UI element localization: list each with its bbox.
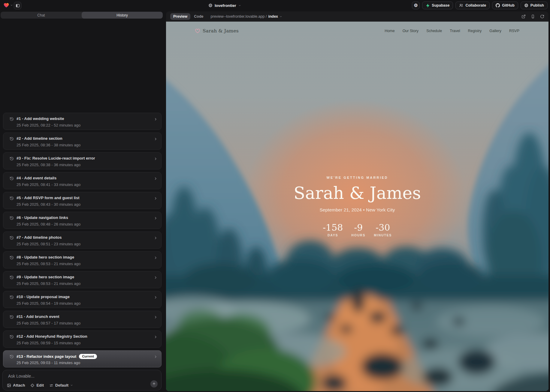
- attach-button[interactable]: Attach: [7, 383, 25, 388]
- target-icon: [30, 383, 35, 388]
- supabase-button[interactable]: Supabase: [422, 1, 453, 9]
- chevron-right-icon: [154, 236, 158, 240]
- site-nav-link[interactable]: Gallery: [489, 29, 501, 33]
- history-item-title: #12 - Add Honeyfund Registry Section: [17, 334, 87, 339]
- hero-eyebrow: WE'RE GETTING MARRIED: [166, 176, 548, 179]
- publish-label: Publish: [530, 3, 544, 7]
- github-button[interactable]: GitHub: [492, 1, 518, 9]
- site-brand[interactable]: Sarah & James: [195, 28, 239, 34]
- history-clock-icon: [10, 157, 14, 161]
- countdown-value: -158: [323, 223, 343, 232]
- history-item-meta: 25 Feb 2025, 08:51 - 23 minutes ago: [17, 242, 80, 246]
- site-nav-link[interactable]: Our Story: [403, 29, 419, 33]
- history-clock-icon: [10, 295, 14, 299]
- history-item[interactable]: #3 - Fix: Resolve Lucide-react import er…: [3, 152, 162, 169]
- mode-selector[interactable]: Default: [49, 383, 73, 388]
- history-clock-icon: [10, 216, 14, 220]
- sidebar-toggle-button[interactable]: [14, 2, 21, 9]
- history-item[interactable]: #13 - Refactor index page layout Current…: [3, 350, 162, 367]
- refresh-icon[interactable]: [540, 14, 544, 19]
- history-item-title: #1 - Add wedding website: [17, 116, 64, 121]
- countdown-label: MINUTES: [374, 233, 392, 237]
- site-nav-link[interactable]: Travel: [450, 29, 460, 33]
- chevron-down-icon: [280, 15, 282, 18]
- collaborate-button[interactable]: Collaborate: [455, 1, 490, 9]
- history-item-meta: 25 Feb 2025, 08:53 - 21 minutes ago: [17, 262, 80, 266]
- history-item[interactable]: #12 - Add Honeyfund Registry Section 25 …: [3, 331, 162, 348]
- history-clock-icon: [10, 236, 14, 240]
- history-item-meta: 25 Feb 2025, 08:53 - 21 minutes ago: [17, 281, 80, 286]
- chevron-right-icon: [154, 355, 158, 359]
- history-item-title: #13 - Refactor index page layout: [17, 354, 76, 359]
- history-item[interactable]: #11 - Add brunch event 25 Feb 2025, 08:5…: [3, 311, 162, 328]
- history-item-title: #7 - Add timeline photos: [17, 235, 62, 240]
- edit-button[interactable]: Edit: [30, 383, 44, 388]
- supabase-icon: [426, 4, 430, 7]
- chevron-down-icon: [70, 384, 73, 387]
- send-button[interactable]: [150, 380, 158, 388]
- chat-composer: Attach Edit Default: [2, 370, 162, 391]
- site-nav-link[interactable]: Schedule: [426, 29, 442, 33]
- site-nav: HomeOur StoryScheduleTravelRegistryGalle…: [385, 29, 519, 33]
- history-item[interactable]: #5 - Add RSVP form and guest list 25 Feb…: [3, 192, 162, 209]
- topbar-actions: ⚙ Supabase Collaborate GitHub Publish: [412, 1, 548, 9]
- history-item[interactable]: #10 - Update proposal image 25 Feb 2025,…: [3, 291, 162, 308]
- history-item-title: #6 - Update navigation links: [17, 215, 68, 220]
- current-badge: Current: [79, 354, 97, 359]
- chevron-right-icon: [154, 335, 158, 339]
- history-clock-icon: [10, 315, 14, 319]
- project-name: lovefrontier: [215, 3, 236, 8]
- chevron-right-icon: [154, 295, 158, 299]
- history-item-meta: 25 Feb 2025, 08:22 - 52 minutes ago: [17, 123, 80, 127]
- history-item[interactable]: #8 - Update hero section image 25 Feb 20…: [3, 251, 162, 268]
- hero-date-location: September 21, 2024 • New York City: [166, 207, 548, 213]
- chat-input[interactable]: [8, 373, 146, 380]
- heart-outline-icon: [195, 29, 200, 33]
- collaborate-label: Collaborate: [465, 3, 486, 7]
- github-label: GitHub: [502, 3, 515, 7]
- open-external-icon[interactable]: [521, 14, 526, 19]
- tab-preview[interactable]: Preview: [170, 13, 190, 20]
- chevron-right-icon: [154, 157, 158, 161]
- history-item[interactable]: #7 - Add timeline photos 25 Feb 2025, 08…: [3, 232, 162, 249]
- history-item-meta: 25 Feb 2025, 08:59 - 15 minutes ago: [17, 341, 80, 345]
- hero-title: Sarah & James: [166, 184, 548, 203]
- settings-button[interactable]: ⚙: [412, 1, 420, 9]
- chevron-right-icon: [154, 216, 158, 220]
- history-item[interactable]: #9 - Update hero section image 25 Feb 20…: [3, 271, 162, 288]
- site-nav-link[interactable]: RSVP: [509, 29, 519, 33]
- tab-code[interactable]: Code: [194, 14, 203, 19]
- history-item-meta: 25 Feb 2025, 08:38 - 36 minutes ago: [17, 163, 80, 167]
- history-item[interactable]: #2 - Add timeline section 25 Feb 2025, 0…: [3, 133, 162, 150]
- history-item-title: #5 - Add RSVP form and guest list: [17, 196, 79, 200]
- publish-button[interactable]: Publish: [521, 1, 548, 9]
- history-item-title: #10 - Update proposal image: [17, 295, 70, 299]
- supabase-label: Supabase: [432, 3, 449, 7]
- mobile-view-icon[interactable]: [531, 14, 535, 19]
- history-clock-icon: [10, 196, 14, 200]
- globe-icon: [524, 3, 528, 7]
- history-item[interactable]: #4 - Add event details 25 Feb 2025, 08:4…: [3, 172, 162, 189]
- preview-panel: Preview Code preview--lovefrontier.lovab…: [166, 11, 548, 391]
- chevron-right-icon: [154, 137, 158, 141]
- countdown-item: -9HOURS: [351, 223, 365, 237]
- history-item[interactable]: #6 - Update navigation links 25 Feb 2025…: [3, 212, 162, 229]
- site-nav-link[interactable]: Home: [385, 29, 394, 33]
- app-topbar: lovefrontier ⚙ Supabase Collaborate GitH…: [0, 0, 550, 11]
- chevron-right-icon: [154, 196, 158, 200]
- tab-history[interactable]: History: [82, 12, 163, 19]
- countdown-label: HOURS: [351, 233, 365, 237]
- image-icon: [7, 383, 11, 388]
- history-clock-icon: [10, 275, 14, 280]
- lovable-logo-menu[interactable]: [4, 3, 13, 8]
- history-item[interactable]: #1 - Add wedding website 25 Feb 2025, 08…: [3, 113, 162, 130]
- preview-url-selector[interactable]: preview--lovefrontier.lovable.app / inde…: [211, 14, 283, 19]
- countdown: -158DAYS-9HOURS-30MINUTES: [166, 223, 548, 237]
- globe-icon: [208, 3, 213, 7]
- project-selector[interactable]: lovefrontier: [208, 0, 241, 11]
- preview-url-base: preview--lovefrontier.lovable.app /: [211, 14, 267, 19]
- tab-chat[interactable]: Chat: [1, 12, 82, 19]
- site-nav-link[interactable]: Registry: [468, 29, 482, 33]
- attach-label: Attach: [13, 383, 25, 388]
- arrow-up-icon: [152, 382, 156, 386]
